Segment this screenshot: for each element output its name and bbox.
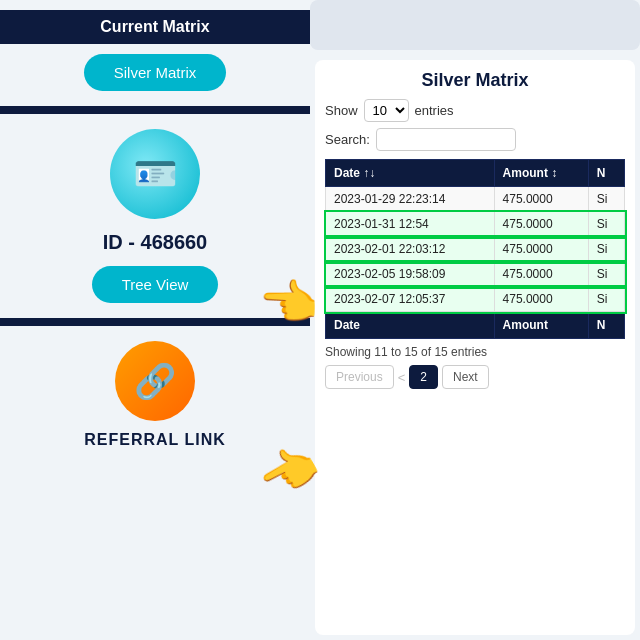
link-icon: 🔗	[134, 361, 176, 401]
prev-label: Previous	[336, 370, 383, 384]
top-divider	[0, 106, 310, 114]
show-row: Show 10 25 50 entries	[325, 99, 625, 122]
cell-amount: 475.0000	[494, 237, 588, 262]
table-row: 2023-02-07 12:05:37 475.0000 Si	[326, 287, 625, 312]
table-row: 2023-02-05 19:58:09 475.0000 Si	[326, 262, 625, 287]
search-input[interactable]	[376, 128, 516, 151]
user-id: ID - 468660	[103, 231, 208, 254]
cell-date: 2023-01-31 12:54	[326, 212, 495, 237]
card-title: Silver Matrix	[325, 70, 625, 91]
footer-amount: Amount	[494, 312, 588, 339]
next-button[interactable]: Next	[442, 365, 489, 389]
table-row: 2023-01-29 22:23:14 475.0000 Si	[326, 187, 625, 212]
cell-amount: 475.0000	[494, 287, 588, 312]
search-row: Search:	[325, 128, 625, 151]
referral-link-circle: 🔗	[115, 341, 195, 421]
left-panel: Current Matrix Silver Matrix 🪪 ID - 4686…	[0, 0, 310, 640]
search-label: Search:	[325, 132, 370, 147]
cell-amount: 475.0000	[494, 262, 588, 287]
profile-icon: 🪪	[133, 153, 178, 195]
cell-amount: 475.0000	[494, 187, 588, 212]
avatar-circle: 🪪	[110, 129, 200, 219]
cell-date: 2023-02-01 22:03:12	[326, 237, 495, 262]
data-table: Date ↑↓ Amount ↕ N 2023-01-29 22:23:14 4…	[325, 159, 625, 339]
tree-view-label: Tree View	[122, 276, 189, 293]
hand-pointer-1: 👉	[260, 275, 320, 331]
show-label: Show	[325, 103, 358, 118]
entries-label: entries	[415, 103, 454, 118]
tree-view-button[interactable]: Tree View	[92, 266, 219, 303]
page-separator: <	[398, 370, 406, 385]
next-label: Next	[453, 370, 478, 384]
cell-type: Si	[588, 237, 624, 262]
cell-type: Si	[588, 212, 624, 237]
cell-date: 2023-02-05 19:58:09	[326, 262, 495, 287]
cell-type: Si	[588, 287, 624, 312]
silver-matrix-label: Silver Matrix	[114, 64, 197, 81]
cell-amount: 475.0000	[494, 212, 588, 237]
top-placeholder	[310, 0, 640, 50]
page2-label: 2	[420, 370, 427, 384]
table-row: 2023-02-01 22:03:12 475.0000 Si	[326, 237, 625, 262]
table-row: 2023-01-31 12:54 475.0000 Si	[326, 212, 625, 237]
footer-n: N	[588, 312, 624, 339]
page-2-button[interactable]: 2	[409, 365, 438, 389]
col-date: Date ↑↓	[326, 160, 495, 187]
showing-text: Showing 11 to 15 of 15 entries	[325, 345, 625, 359]
referral-label: REFERRAL LINK	[84, 431, 226, 449]
data-card: Silver Matrix Show 10 25 50 entries Sear…	[315, 60, 635, 635]
silver-matrix-button[interactable]: Silver Matrix	[84, 54, 227, 91]
col-n: N	[588, 160, 624, 187]
cell-date: 2023-01-29 22:23:14	[326, 187, 495, 212]
cell-date: 2023-02-07 12:05:37	[326, 287, 495, 312]
entries-select[interactable]: 10 25 50	[364, 99, 409, 122]
footer-date: Date	[326, 312, 495, 339]
prev-button[interactable]: Previous	[325, 365, 394, 389]
section-title: Current Matrix	[100, 18, 209, 35]
pagination: Previous < 2 Next	[325, 365, 625, 389]
cell-type: Si	[588, 262, 624, 287]
section-header: Current Matrix	[0, 10, 310, 44]
right-panel: Silver Matrix Show 10 25 50 entries Sear…	[310, 0, 640, 640]
col-amount: Amount ↕	[494, 160, 588, 187]
cell-type: Si	[588, 187, 624, 212]
